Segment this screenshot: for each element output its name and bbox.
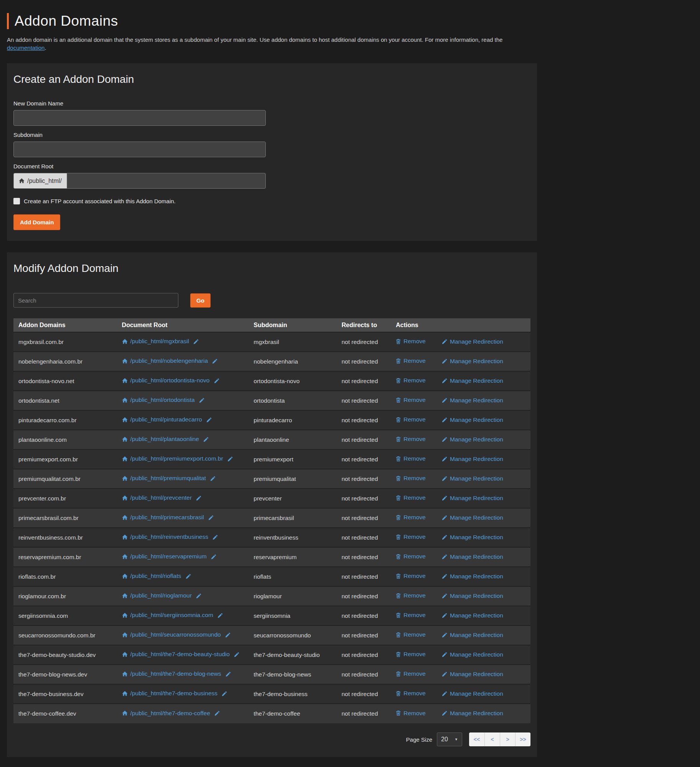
first-page-button[interactable]: <<	[469, 732, 484, 746]
edit-document-root-button[interactable]	[227, 456, 233, 462]
edit-document-root-button[interactable]	[226, 672, 231, 677]
remove-button[interactable]: Remove	[396, 357, 426, 364]
remove-button[interactable]: Remove	[396, 338, 426, 345]
document-root-link[interactable]: /public_html/nobelengenharia	[122, 357, 208, 364]
remove-button[interactable]: Remove	[396, 651, 426, 658]
last-page-button[interactable]: >>	[515, 732, 530, 746]
new-domain-name-input[interactable]	[13, 110, 266, 126]
search-input[interactable]	[13, 293, 178, 308]
edit-document-root-button[interactable]	[210, 476, 216, 481]
remove-button[interactable]: Remove	[396, 416, 426, 423]
edit-document-root-button[interactable]	[199, 398, 204, 403]
edit-document-root-button[interactable]	[217, 613, 223, 618]
manage-redirection-button[interactable]: Manage Redirection	[442, 710, 503, 717]
document-root-link[interactable]: /public_html/ortodontista	[122, 397, 195, 403]
edit-document-root-button[interactable]	[214, 378, 219, 384]
manage-redirection-label: Manage Redirection	[450, 612, 503, 619]
column-header-addon-domains: Addon Domains	[13, 318, 117, 332]
remove-label: Remove	[404, 338, 426, 345]
remove-button[interactable]: Remove	[396, 494, 426, 501]
manage-redirection-button[interactable]: Manage Redirection	[442, 514, 503, 521]
edit-document-root-button[interactable]	[203, 437, 209, 442]
document-root-link[interactable]: /public_html/sergiinsomnia.com	[122, 612, 213, 619]
edit-document-root-button[interactable]	[193, 339, 199, 344]
manage-redirection-button[interactable]: Manage Redirection	[442, 416, 503, 423]
manage-redirection-button[interactable]: Manage Redirection	[442, 436, 503, 443]
actions-cell: Remove Manage Redirection	[391, 625, 530, 645]
remove-button[interactable]: Remove	[396, 533, 426, 540]
manage-redirection-button[interactable]: Manage Redirection	[442, 377, 503, 384]
edit-document-root-button[interactable]	[196, 495, 201, 501]
next-page-button[interactable]: >	[500, 732, 515, 746]
manage-redirection-button[interactable]: Manage Redirection	[442, 593, 503, 599]
table-row: primecarsbrasil.com.br /public_html/prim…	[13, 508, 530, 528]
document-root-link[interactable]: /public_html/mgxbrasil	[122, 338, 189, 345]
document-root-cell: /public_html/the7-demo-business	[117, 684, 249, 704]
remove-button[interactable]: Remove	[396, 436, 426, 443]
remove-button[interactable]: Remove	[396, 573, 426, 579]
ftp-account-checkbox[interactable]	[13, 198, 20, 204]
manage-redirection-button[interactable]: Manage Redirection	[442, 534, 503, 541]
document-root-link[interactable]: /public_html/premiumqualitat	[122, 475, 206, 482]
edit-document-root-button[interactable]	[222, 691, 227, 696]
document-root-link[interactable]: /public_html/seucarronossomundo	[122, 631, 221, 638]
edit-document-root-button[interactable]	[186, 574, 191, 579]
remove-button[interactable]: Remove	[396, 690, 426, 697]
document-root-link[interactable]: /public_html/reservapremium	[122, 553, 207, 560]
document-root-link[interactable]: /public_html/the7-demo-business	[122, 690, 217, 697]
edit-document-root-button[interactable]	[225, 632, 231, 638]
search-go-button[interactable]: Go	[190, 293, 211, 308]
document-root-input[interactable]	[67, 173, 266, 189]
documentation-link[interactable]: documentation	[7, 44, 44, 51]
manage-redirection-button[interactable]: Manage Redirection	[442, 397, 503, 404]
remove-button[interactable]: Remove	[396, 631, 426, 638]
document-root-link[interactable]: /public_html/the7-demo-beauty-studio	[122, 651, 230, 658]
manage-redirection-button[interactable]: Manage Redirection	[442, 475, 503, 482]
manage-redirection-button[interactable]: Manage Redirection	[442, 671, 503, 678]
page-size-select[interactable]: 20 ▼	[437, 732, 462, 746]
edit-document-root-button[interactable]	[234, 652, 239, 657]
home-icon	[19, 178, 25, 184]
edit-document-root-button[interactable]	[206, 417, 212, 423]
remove-button[interactable]: Remove	[396, 377, 426, 384]
remove-button[interactable]: Remove	[396, 475, 426, 482]
remove-button[interactable]: Remove	[396, 612, 426, 619]
subdomain-input[interactable]	[13, 142, 266, 157]
manage-redirection-button[interactable]: Manage Redirection	[442, 573, 503, 580]
manage-redirection-button[interactable]: Manage Redirection	[442, 358, 503, 365]
remove-button[interactable]: Remove	[396, 592, 426, 599]
edit-document-root-button[interactable]	[196, 593, 201, 599]
add-domain-button[interactable]: Add Domain	[13, 214, 60, 230]
document-root-link[interactable]: /public_html/premiumexport.com.br	[122, 455, 223, 462]
edit-document-root-button[interactable]	[214, 711, 220, 716]
manage-redirection-button[interactable]: Manage Redirection	[442, 495, 503, 502]
document-root-link[interactable]: /public_html/pinturadecarro	[122, 416, 202, 423]
manage-redirection-button[interactable]: Manage Redirection	[442, 456, 503, 463]
document-root-link[interactable]: /public_html/ortodontista-novo	[122, 377, 210, 384]
remove-button[interactable]: Remove	[396, 514, 426, 521]
remove-button[interactable]: Remove	[396, 670, 426, 677]
prev-page-button[interactable]: <	[484, 732, 500, 746]
manage-redirection-button[interactable]: Manage Redirection	[442, 338, 503, 345]
document-root-link[interactable]: /public_html/plantaoonline	[122, 436, 199, 443]
manage-redirection-button[interactable]: Manage Redirection	[442, 632, 503, 639]
document-root-link[interactable]: /public_html/reinventbusiness	[122, 533, 208, 540]
edit-document-root-button[interactable]	[211, 554, 216, 560]
document-root-link[interactable]: /public_html/the7-demo-coffee	[122, 710, 210, 717]
document-root-link[interactable]: /public_html/prevcenter	[122, 494, 192, 501]
document-root-link[interactable]: /public_html/rioglamour	[122, 592, 192, 599]
document-root-link[interactable]: /public_html/rioflats	[122, 573, 181, 579]
remove-button[interactable]: Remove	[396, 553, 426, 560]
manage-redirection-button[interactable]: Manage Redirection	[442, 690, 503, 697]
document-root-link[interactable]: /public_html/the7-demo-blog-news	[122, 670, 221, 677]
document-root-link[interactable]: /public_html/primecarsbrasil	[122, 514, 204, 521]
manage-redirection-button[interactable]: Manage Redirection	[442, 553, 503, 560]
remove-button[interactable]: Remove	[396, 710, 426, 717]
remove-button[interactable]: Remove	[396, 397, 426, 403]
edit-document-root-button[interactable]	[212, 359, 217, 364]
manage-redirection-button[interactable]: Manage Redirection	[442, 612, 503, 619]
edit-document-root-button[interactable]	[208, 515, 214, 520]
edit-document-root-button[interactable]	[212, 535, 218, 540]
remove-button[interactable]: Remove	[396, 455, 426, 462]
manage-redirection-button[interactable]: Manage Redirection	[442, 651, 503, 658]
